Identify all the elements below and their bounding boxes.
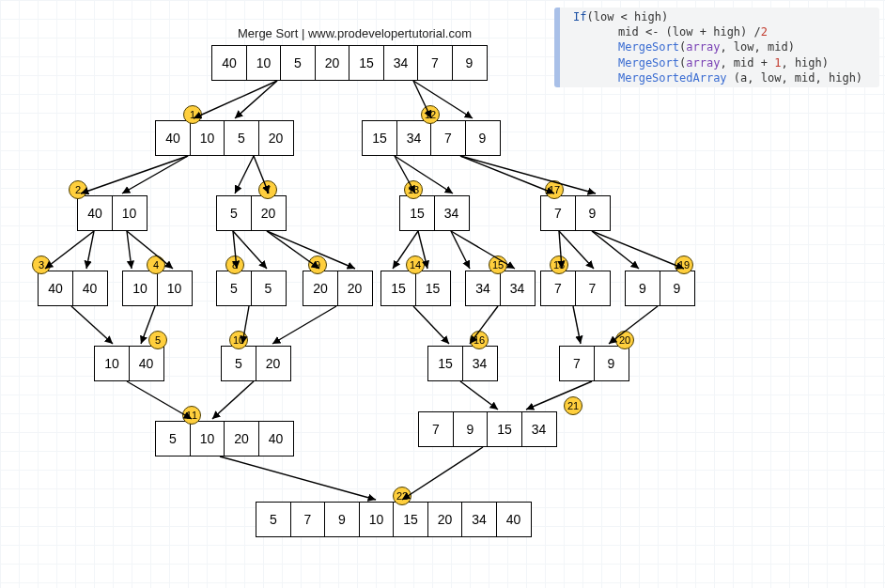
array-node: 1534 xyxy=(399,195,470,231)
step-badge: 18 xyxy=(550,255,568,274)
array-cell: 5 xyxy=(216,271,252,306)
array-cell: 9 xyxy=(453,411,489,447)
array-cell: 40 xyxy=(496,502,532,537)
array-cell: 34 xyxy=(465,271,501,306)
array-cell: 15 xyxy=(380,271,416,306)
step-badge: 4 xyxy=(147,255,165,274)
array-cell: 7 xyxy=(540,271,576,306)
array-node: 1534 xyxy=(427,346,498,381)
code-line: MergeSort(array, mid + 1, high) xyxy=(573,55,876,70)
array-cell: 40 xyxy=(38,271,73,306)
step-badge: 12 xyxy=(421,105,440,124)
array-cell: 7 xyxy=(418,411,454,447)
array-cell: 9 xyxy=(452,45,488,81)
array-cell: 15 xyxy=(427,346,463,381)
array-cell: 5 xyxy=(251,271,287,306)
array-cell: 34 xyxy=(461,502,497,537)
step-badge: 2 xyxy=(69,180,87,199)
array-cell: 15 xyxy=(399,195,435,231)
array-cell: 20 xyxy=(251,195,287,231)
step-badge: 13 xyxy=(404,180,423,199)
array-cell: 40 xyxy=(72,271,108,306)
step-badge: 19 xyxy=(675,255,693,274)
array-cell: 10 xyxy=(94,346,130,381)
array-cell: 5 xyxy=(256,502,291,537)
code-line: MergeSortedArray (a, low, mid, high) xyxy=(573,70,876,85)
array-node: 77 xyxy=(540,271,611,306)
array-node: 4010520 xyxy=(155,120,294,156)
array-cell: 34 xyxy=(383,45,419,81)
array-cell: 20 xyxy=(303,271,338,306)
array-final: 5791015203440 xyxy=(256,502,532,537)
array-cell: 5 xyxy=(224,120,259,156)
array-cell: 34 xyxy=(521,411,557,447)
array-node: 4040 xyxy=(38,271,108,306)
step-badge: 22 xyxy=(393,487,411,505)
array-cell: 7 xyxy=(430,120,466,156)
array-cell: 40 xyxy=(129,346,164,381)
array-node: 1010 xyxy=(122,271,193,306)
array-cell: 15 xyxy=(362,120,397,156)
code-line: If(low < high) xyxy=(573,9,876,24)
array-cell: 5 xyxy=(216,195,252,231)
array-cell: 20 xyxy=(258,120,294,156)
step-badge: 3 xyxy=(32,255,51,274)
step-badge: 8 xyxy=(225,255,244,274)
array-cell: 9 xyxy=(575,195,611,231)
array-node: 520 xyxy=(221,346,291,381)
array-cell: 7 xyxy=(540,195,576,231)
array-cell: 40 xyxy=(155,120,191,156)
step-badge: 17 xyxy=(545,180,564,199)
array-node: 791534 xyxy=(418,411,557,447)
array-node: 153479 xyxy=(362,120,501,156)
array-node: 99 xyxy=(625,271,695,306)
array-cell: 9 xyxy=(660,271,695,306)
array-cell: 7 xyxy=(575,271,611,306)
array-cell: 40 xyxy=(211,45,247,81)
array-cell: 15 xyxy=(349,45,384,81)
array-cell: 20 xyxy=(315,45,350,81)
array-cell: 9 xyxy=(324,502,360,537)
array-node: 2020 xyxy=(303,271,373,306)
array-cell: 40 xyxy=(258,421,294,456)
step-badge: 16 xyxy=(470,331,489,349)
array-cell: 10 xyxy=(190,120,225,156)
step-badge: 1 xyxy=(183,105,202,124)
array-node: 79 xyxy=(559,346,629,381)
step-badge: 11 xyxy=(182,406,201,425)
array-cell: 20 xyxy=(427,502,463,537)
array-node: 79 xyxy=(540,195,611,231)
array-cell: 34 xyxy=(434,195,470,231)
step-badge: 7 xyxy=(258,180,277,199)
step-badge: 15 xyxy=(489,255,507,274)
array-cell: 40 xyxy=(77,195,113,231)
array-node: 4010 xyxy=(77,195,148,231)
array-node: 3434 xyxy=(465,271,536,306)
array-node: 1040 xyxy=(94,346,164,381)
array-cell: 10 xyxy=(359,502,395,537)
array-cell: 9 xyxy=(594,346,629,381)
array-cell: 10 xyxy=(190,421,225,456)
array-cell: 9 xyxy=(465,120,501,156)
array-cell: 34 xyxy=(462,346,498,381)
array-cell: 7 xyxy=(559,346,595,381)
array-cell: 15 xyxy=(487,411,522,447)
array-cell: 20 xyxy=(224,421,259,456)
array-cell: 5 xyxy=(280,45,316,81)
array-cell: 10 xyxy=(246,45,282,81)
step-badge: 10 xyxy=(229,331,248,349)
array-node: 55 xyxy=(216,271,287,306)
code-line: MergeSort(array, low, mid) xyxy=(573,39,876,54)
array-cell: 10 xyxy=(122,271,158,306)
array-cell: 15 xyxy=(393,502,428,537)
array-cell: 34 xyxy=(396,120,432,156)
step-badge: 14 xyxy=(406,255,425,274)
array-cell: 10 xyxy=(112,195,148,231)
step-badge: 5 xyxy=(148,331,167,349)
array-cell: 7 xyxy=(290,502,326,537)
array-cell: 34 xyxy=(500,271,536,306)
code-block: If(low < high) mid <- (low + high) /2 Me… xyxy=(554,8,879,87)
array-node: 1515 xyxy=(380,271,451,306)
array-cell: 20 xyxy=(256,346,291,381)
array-cell: 5 xyxy=(221,346,256,381)
